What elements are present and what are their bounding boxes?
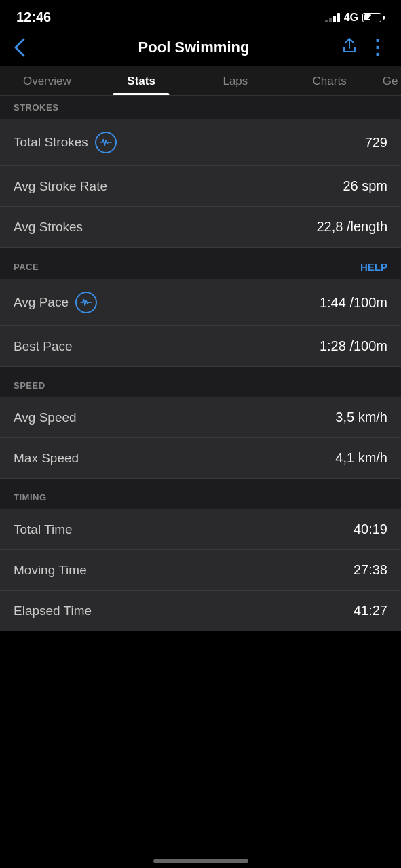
avg-pace-row: Avg Pace 1:44 /100m (0, 279, 401, 326)
status-time: 12:46 (16, 9, 51, 25)
heartrate-icon (95, 132, 117, 153)
best-pace-value: 1:28 /100m (320, 338, 387, 354)
pace-title: PACE (14, 262, 39, 272)
avg-pace-value: 1:44 /100m (320, 295, 387, 311)
content-area: STROKES Total Strokes 729 Avg Stroke Rat… (0, 96, 401, 631)
moving-time-label: Moving Time (14, 563, 87, 578)
total-strokes-value: 729 (365, 135, 387, 151)
avg-stroke-rate-row: Avg Stroke Rate 26 spm (0, 166, 401, 207)
tab-stats[interactable]: Stats (94, 66, 189, 95)
spacer-1 (0, 248, 401, 254)
spacer-2 (0, 367, 401, 374)
total-time-label: Total Time (14, 522, 73, 537)
page-title: Pool Swimming (41, 39, 347, 56)
battery-icon: 43 (362, 13, 385, 22)
avg-strokes-label: Avg Strokes (14, 220, 83, 235)
max-speed-value: 4,1 km/h (335, 450, 387, 466)
share-button[interactable] (342, 38, 357, 57)
status-right: 4G 43 (325, 12, 385, 24)
timing-title: TIMING (14, 492, 47, 502)
avg-stroke-rate-value: 26 spm (343, 178, 387, 194)
max-speed-row: Max Speed 4,1 km/h (0, 438, 401, 479)
total-time-row: Total Time 40:19 (0, 509, 401, 550)
timing-section-header: TIMING (0, 486, 401, 509)
tab-ge[interactable]: Ge (377, 66, 401, 95)
total-strokes-label: Total Strokes (14, 132, 117, 153)
strokes-title: STROKES (14, 102, 58, 113)
signal-icon (325, 13, 340, 22)
best-pace-row: Best Pace 1:28 /100m (0, 326, 401, 367)
avg-strokes-value: 22,8 /length (316, 219, 387, 235)
more-button[interactable]: ⋮ (368, 36, 387, 58)
best-pace-label: Best Pace (14, 339, 73, 354)
home-indicator (153, 859, 248, 863)
tab-charts[interactable]: Charts (282, 66, 377, 95)
avg-pace-label: Avg Pace (14, 292, 97, 313)
back-button[interactable] (14, 37, 41, 58)
spacer-3 (0, 479, 401, 486)
tab-overview[interactable]: Overview (0, 66, 94, 95)
total-strokes-row: Total Strokes 729 (0, 119, 401, 166)
status-bar: 12:46 4G 43 (0, 0, 401, 31)
header: Pool Swimming ⋮ (0, 31, 401, 66)
tab-laps[interactable]: Laps (189, 66, 283, 95)
max-speed-label: Max Speed (14, 451, 79, 466)
total-time-value: 40:19 (354, 521, 387, 537)
avg-speed-row: Avg Speed 3,5 km/h (0, 397, 401, 438)
avg-stroke-rate-label: Avg Stroke Rate (14, 179, 107, 194)
elapsed-time-row: Elapsed Time 41:27 (0, 591, 401, 631)
tab-bar: Overview Stats Laps Charts Ge (0, 66, 401, 96)
speed-title: SPEED (14, 380, 45, 391)
elapsed-time-label: Elapsed Time (14, 604, 92, 618)
heartrate-icon-2 (75, 292, 97, 313)
avg-pace-label-text: Avg Pace (14, 295, 69, 310)
help-button[interactable]: HELP (360, 261, 387, 273)
strokes-section-header: STROKES (0, 96, 401, 119)
header-actions: ⋮ (347, 36, 387, 58)
avg-speed-value: 3,5 km/h (335, 410, 387, 425)
speed-section-header: SPEED (0, 374, 401, 397)
pace-section-header: PACE HELP (0, 254, 401, 279)
network-label: 4G (344, 12, 358, 24)
moving-time-value: 27:38 (354, 562, 387, 578)
avg-strokes-row: Avg Strokes 22,8 /length (0, 207, 401, 248)
elapsed-time-value: 41:27 (354, 603, 387, 618)
total-strokes-label-text: Total Strokes (14, 135, 88, 150)
avg-speed-label: Avg Speed (14, 410, 77, 425)
moving-time-row: Moving Time 27:38 (0, 550, 401, 591)
